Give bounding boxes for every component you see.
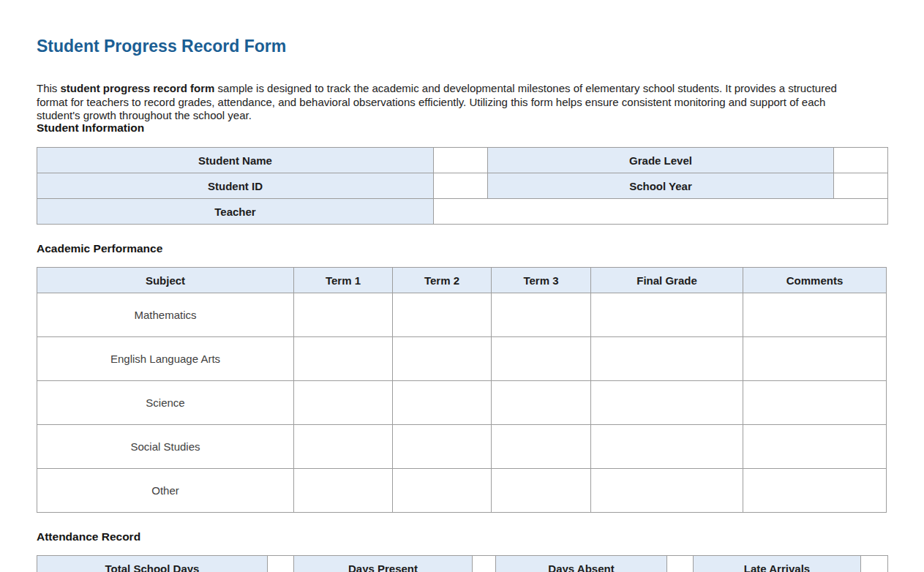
academic-performance-heading: Academic Performance [37,242,162,255]
term1-grade-cell[interactable] [294,337,393,381]
subject-cell: English Language Arts [37,337,294,381]
column-header-subject: Subject [37,268,294,293]
intro-text-prefix: This [37,82,61,94]
table-row: Total School Days Days Present Days Abse… [37,556,888,572]
page-title: Student Progress Record Form [37,37,286,56]
final-grade-cell[interactable] [591,469,743,513]
column-header-term3: Term 3 [492,268,591,293]
table-header-row: Subject Term 1 Term 2 Term 3 Final Grade… [37,268,887,293]
comments-cell[interactable] [743,469,887,513]
document-page: Student Progress Record Form This studen… [0,0,924,572]
term2-grade-cell[interactable] [393,469,492,513]
table-row: Social Studies [37,425,887,469]
grade-level-value-cell[interactable] [834,148,888,173]
school-year-value-cell[interactable] [834,173,888,199]
total-school-days-value-cell[interactable] [268,556,294,572]
academic-performance-table: Subject Term 1 Term 2 Term 3 Final Grade… [37,267,887,513]
student-id-label: Student ID [37,173,434,199]
days-absent-label: Days Absent [496,556,667,572]
student-information-table: Student Name Grade Level Student ID Scho… [37,147,888,225]
final-grade-cell[interactable] [591,425,743,469]
table-row: Teacher [37,199,888,225]
table-row: Student ID School Year [37,173,888,199]
teacher-label: Teacher [37,199,434,225]
subject-cell: Science [37,381,294,425]
comments-cell[interactable] [743,425,887,469]
term2-grade-cell[interactable] [393,425,492,469]
term3-grade-cell[interactable] [492,293,591,337]
intro-text-bold: student progress record form [61,82,215,94]
table-row: Mathematics [37,293,887,337]
student-name-label: Student Name [37,148,434,173]
table-row: Science [37,381,887,425]
column-header-term1: Term 1 [294,268,393,293]
table-row: Other [37,469,887,513]
term1-grade-cell[interactable] [294,293,393,337]
term1-grade-cell[interactable] [294,425,393,469]
student-name-value-cell[interactable] [434,148,488,173]
total-school-days-label: Total School Days [37,556,268,572]
term3-grade-cell[interactable] [492,381,591,425]
final-grade-cell[interactable] [591,381,743,425]
comments-cell[interactable] [743,381,887,425]
days-absent-value-cell[interactable] [667,556,694,572]
column-header-final-grade: Final Grade [591,268,743,293]
intro-paragraph: This student progress record form sample… [37,82,857,123]
table-row: English Language Arts [37,337,887,381]
school-year-label: School Year [488,173,834,199]
attendance-record-heading: Attendance Record [37,530,140,543]
comments-cell[interactable] [743,293,887,337]
student-information-heading: Student Information [37,121,144,135]
column-header-comments: Comments [743,268,887,293]
term2-grade-cell[interactable] [393,293,492,337]
late-arrivals-value-cell[interactable] [861,556,888,572]
final-grade-cell[interactable] [591,293,743,337]
late-arrivals-label: Late Arrivals [694,556,861,572]
teacher-value-cell[interactable] [434,199,888,225]
column-header-term2: Term 2 [393,268,492,293]
term3-grade-cell[interactable] [492,337,591,381]
term2-grade-cell[interactable] [393,381,492,425]
student-id-value-cell[interactable] [434,173,488,199]
subject-cell: Social Studies [37,425,294,469]
term3-grade-cell[interactable] [492,469,591,513]
term2-grade-cell[interactable] [393,337,492,381]
subject-cell: Mathematics [37,293,294,337]
table-row: Student Name Grade Level [37,148,888,173]
term1-grade-cell[interactable] [294,469,393,513]
days-present-value-cell[interactable] [473,556,496,572]
subject-cell: Other [37,469,294,513]
term3-grade-cell[interactable] [492,425,591,469]
grade-level-label: Grade Level [488,148,834,173]
days-present-label: Days Present [294,556,473,572]
final-grade-cell[interactable] [591,337,743,381]
comments-cell[interactable] [743,337,887,381]
attendance-record-table: Total School Days Days Present Days Abse… [37,555,888,572]
term1-grade-cell[interactable] [294,381,393,425]
